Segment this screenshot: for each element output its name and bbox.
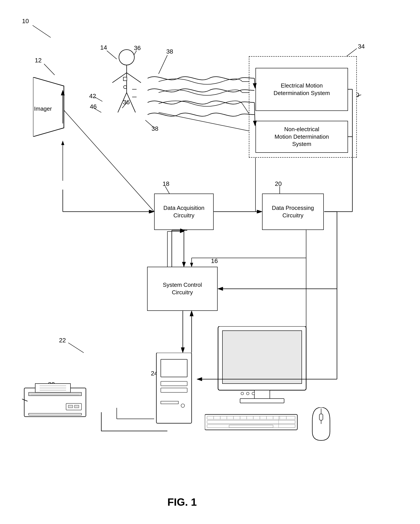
data-processing-label: Data ProcessingCircuitry [272,204,314,219]
svg-point-64 [252,392,255,395]
mouse-shape [308,407,334,444]
person-figure [101,49,152,133]
figure-label: FIG. 1 [167,496,197,508]
ref-18: 18 [163,180,169,187]
keyboard-svg [205,412,304,432]
computer-tower-svg [152,353,196,430]
non-electrical-motion-label: Non-electricalMotion DeterminationSystem [274,126,329,148]
person-svg [101,49,152,132]
svg-line-5 [346,49,357,57]
ref-46: 46 [90,103,97,110]
svg-rect-59 [222,331,302,384]
printer-svg [22,379,92,426]
ref-16: 16 [211,257,218,264]
svg-line-47 [127,73,141,83]
imager-shape: Imager [33,77,77,138]
svg-rect-57 [161,401,178,404]
svg-line-3 [44,64,55,75]
imager-svg: Imager [33,77,77,137]
svg-rect-91 [75,405,79,408]
computer-tower [152,353,196,431]
ref-10: 10 [22,18,29,25]
svg-rect-61 [240,399,284,403]
svg-point-62 [241,392,244,395]
ref-12: 12 [35,57,42,64]
data-acquisition-box: Data AcquisitionCircuitry [154,193,214,230]
svg-rect-55 [161,388,187,393]
svg-point-56 [181,404,185,407]
svg-point-51 [124,86,127,89]
svg-point-44 [119,50,134,65]
diagram-container: 10 12 34 14 36 38 40 42 42 46 38 36 18 2… [0,0,420,524]
svg-point-63 [246,392,249,395]
monitor [214,326,311,415]
svg-rect-60 [254,390,270,399]
ref-22: 22 [59,337,66,344]
electrical-motion-box: Electrical MotionDetermination System [255,68,348,111]
electrical-motion-label: Electrical MotionDetermination System [274,82,330,97]
keyboard [205,412,304,433]
ref-20: 20 [275,180,282,187]
svg-line-49 [127,93,135,113]
ref-38b: 38 [151,125,158,132]
ref-42a: 42 [89,93,96,100]
svg-text:Imager: Imager [34,105,52,112]
monitor-svg [214,326,311,414]
svg-line-2 [33,25,51,37]
non-electrical-motion-box: Non-electricalMotion DeterminationSystem [255,121,348,153]
printer-shape [22,379,92,426]
svg-line-14 [165,186,170,194]
svg-rect-90 [68,405,73,408]
data-acquisition-label: Data AcquisitionCircuitry [163,204,204,219]
ref-34: 34 [358,43,365,50]
svg-rect-50 [123,77,127,81]
svg-rect-84 [319,414,323,420]
system-control-label: System ControlCircuitry [163,281,202,296]
svg-line-36 [159,113,255,132]
data-processing-box: Data ProcessingCircuitry [262,193,324,230]
svg-line-16 [68,343,84,353]
mouse-svg [308,407,334,443]
svg-line-7 [159,55,167,74]
svg-line-48 [118,93,127,113]
ref-38a: 38 [166,48,173,55]
system-control-box: System ControlCircuitry [147,267,218,311]
svg-rect-54 [161,381,187,386]
svg-rect-53 [161,359,187,377]
